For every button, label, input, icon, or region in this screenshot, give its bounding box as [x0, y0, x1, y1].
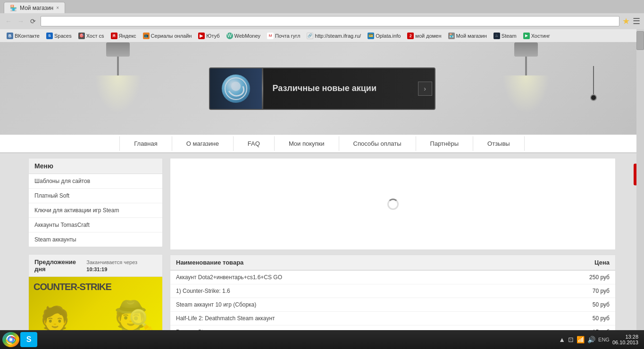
hero-banner: Различные новые акции › [209, 67, 435, 110]
hero-area: Различные новые акции › [0, 42, 644, 134]
bookmark-hostcs[interactable]: 🎯 Хост cs [75, 32, 107, 40]
taskbar-skype[interactable]: S [20, 332, 37, 347]
sidebar-item-soft[interactable]: Платный Soft [29, 189, 162, 203]
tab-close-button[interactable]: × [56, 5, 59, 10]
product-row-4[interactable]: Half-Life 2: Deathmatch Steam аккаунт 50… [170, 312, 615, 325]
daily-offer-title: Предложение дня [34, 258, 86, 273]
lamp-head-right [514, 42, 538, 57]
lamp-head [106, 42, 130, 57]
product-row-3[interactable]: Steam аккаунт 10 игр (Сборка) 50 руб [170, 298, 615, 312]
webmoney-icon: W [226, 33, 233, 39]
cs-character-left: 🧑‍💼 [36, 305, 74, 330]
product-row-5[interactable]: Рандом Steam аккаунты 15 руб [170, 325, 615, 330]
bookmark-steam[interactable]: ♨ Steam [491, 32, 519, 40]
bookmark-gmail[interactable]: M Почта гугл [264, 32, 303, 40]
product-row-1[interactable]: Аккаунт Dota2+инвентарь+cs1.6+CS GO 250 … [170, 271, 615, 284]
spaces-icon: S [46, 33, 53, 39]
language-label[interactable]: ENG [598, 337, 610, 342]
taskbar-sys-icons: ▲ ⊡ 📶 🔊 ENG 13:28 06.10.2013 [555, 334, 642, 345]
nav-items: Главная О магазине FAQ Мои покупки Спосо… [119, 136, 524, 151]
bookmark-oplata[interactable]: 💳 Oplata.info [365, 32, 403, 40]
sidebar-item-tomascraft[interactable]: Аккаунты TomasCraft [29, 218, 162, 233]
vk-icon: В [7, 33, 13, 39]
nav-payment[interactable]: Способы оплаты [339, 136, 416, 151]
col-price-header: Цена [562, 259, 610, 266]
sidebar-item-templates[interactable]: Шаблоны для сайтов [29, 174, 162, 189]
ifrag-icon: 🔗 [307, 33, 313, 39]
sidebar-item-steam-accounts[interactable]: Steam аккаунты [29, 233, 162, 247]
bookmark-star-icon[interactable]: ★ [622, 16, 630, 26]
banner-text: Различные новые акции [263, 83, 418, 93]
lamp-glow [94, 75, 142, 113]
daily-timer: 10:31:19 [86, 266, 107, 272]
product-price-1: 250 руб [562, 274, 610, 281]
nav-about[interactable]: О магазине [172, 136, 234, 151]
product-name-3: Steam аккаунт 10 игр (Сборка) [176, 301, 562, 308]
reload-button[interactable]: ⟳ [28, 17, 38, 26]
taskbar-chrome[interactable] [2, 332, 19, 347]
product-name-2: 1) Counter-Strike: 1.6 [176, 288, 562, 294]
network-icon[interactable]: ⊡ [568, 336, 574, 343]
product-price-3: 50 руб [562, 301, 610, 308]
hcs-icon: 🎯 [78, 33, 85, 39]
lamp-glow-right [502, 75, 550, 113]
spinner-ring [387, 199, 399, 210]
product-price-4: 50 руб [562, 315, 610, 322]
active-tab[interactable]: 🏪 Мой магазин × [4, 2, 65, 13]
back-button[interactable]: ← [4, 17, 13, 26]
sidebar-menu: Меню Шаблоны для сайтов Платный Soft Клю… [28, 158, 163, 247]
hosting-icon: ▶ [523, 33, 530, 39]
menu-icon[interactable]: ☰ [633, 16, 640, 26]
bookmark-hosting[interactable]: ▶ Хостинг [520, 32, 553, 40]
scrollbar[interactable] [636, 29, 644, 330]
bookmark-yandex[interactable]: Я Яндекс [108, 32, 139, 40]
lamp-cord-decoration [590, 66, 597, 101]
signal-icon[interactable]: 📶 [577, 336, 585, 343]
nav-partners[interactable]: Партнёры [416, 136, 473, 151]
scrollbar-thumb[interactable] [636, 31, 644, 50]
arrow-up-icon[interactable]: ▲ [559, 336, 565, 343]
nav-reviews[interactable]: Отзывы [473, 136, 525, 151]
daily-offer-timer-area: Заканчивается через 10:31:19 [86, 258, 157, 273]
products-table: Наименование товара Цена Аккаунт Dota2+и… [170, 255, 616, 330]
bookmark-vkontakte[interactable]: В ВКонтакте [4, 32, 42, 40]
myshop-icon: 🏪 [448, 33, 455, 39]
daily-offer-image: COUNTER-STRIKE 🕵️ 🧑‍💼 [29, 277, 162, 330]
sidebar-item-keys[interactable]: Ключи для активации игр Steam [29, 203, 162, 218]
nav-purchases[interactable]: Мои покупки [275, 136, 339, 151]
daily-timer-label: Заканчивается через [86, 259, 137, 265]
taskbar-time: 13:28 06.10.2013 [612, 334, 638, 345]
steam-logo-circle [222, 75, 250, 103]
nav-home[interactable]: Главная [119, 136, 172, 151]
bookmarks-bar: В ВКонтакте S Spaces 🎯 Хост cs Я Яндекс … [0, 29, 644, 42]
browser-tabs-row: 🏪 Мой магазин × [0, 0, 644, 13]
yandex-icon: Я [111, 33, 117, 39]
bookmark-spaces[interactable]: S Spaces [43, 32, 75, 40]
banner-arrow-right[interactable]: › [418, 82, 432, 96]
sidebar: Меню Шаблоны для сайтов Платный Soft Клю… [28, 158, 163, 330]
lamp-cord [117, 57, 119, 75]
bookmark-youtube[interactable]: ▶ Ютуб [195, 32, 222, 40]
nav-faq[interactable]: FAQ [234, 136, 275, 151]
mydomain-icon: 2 [407, 33, 414, 39]
cs-character-right: 🕵️ [113, 299, 158, 330]
bookmark-serials[interactable]: 📺 Сериалы онлайн [140, 32, 195, 40]
cs-logo-text: COUNTER-STRIKE [33, 282, 111, 292]
steam-icon: ♨ [493, 33, 500, 39]
bookmark-webmoney[interactable]: W WebMoney [224, 32, 263, 40]
browser-nav-row: ← → ⟳ ★ ☰ [0, 13, 644, 29]
bookmark-myshop[interactable]: 🏪 Мой магазин [445, 32, 490, 40]
taskbar: S ▲ ⊡ 📶 🔊 ENG 13:28 06.10.2013 [0, 330, 644, 349]
volume-icon[interactable]: 🔊 [587, 336, 595, 343]
product-row-2[interactable]: 1) Counter-Strike: 1.6 70 руб [170, 284, 615, 298]
bookmark-ifrag[interactable]: 🔗 http://steam.ifrag.ru/ [304, 32, 364, 40]
tab-favicon: 🏪 [10, 5, 17, 11]
sidebar-menu-title: Меню [29, 158, 162, 174]
forward-button[interactable]: → [16, 17, 25, 26]
cs-banner: COUNTER-STRIKE 🕵️ 🧑‍💼 [29, 277, 162, 330]
lamp-cord-right [525, 57, 527, 75]
bookmark-mydomain[interactable]: 2 мой домен [404, 32, 444, 40]
address-bar[interactable] [41, 16, 619, 26]
youtube-icon: ▶ [198, 33, 205, 39]
product-name-1: Аккаунт Dota2+инвентарь+cs1.6+CS GO [176, 274, 562, 281]
